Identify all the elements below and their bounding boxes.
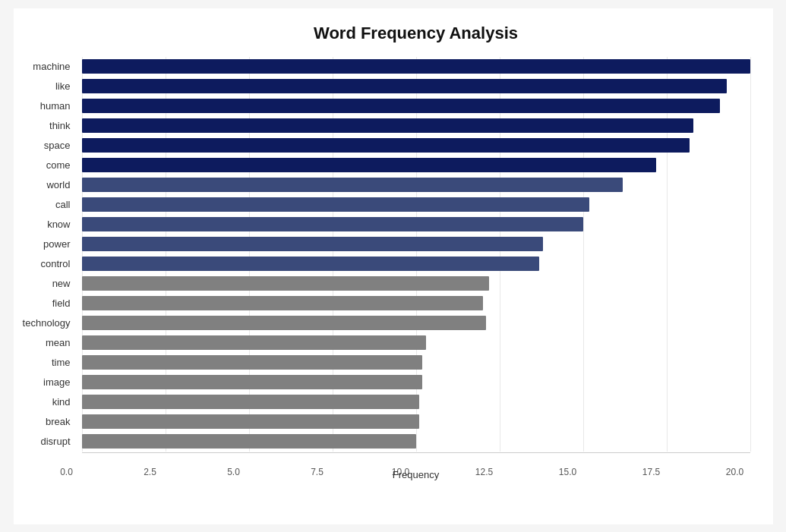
bar-fill bbox=[82, 197, 590, 211]
x-tick: 0.0 bbox=[52, 467, 82, 477]
bar-label: think bbox=[14, 120, 78, 131]
x-tick: 12.5 bbox=[469, 467, 500, 477]
chart-container: Word Frequency Analysis machinelikehuman… bbox=[14, 8, 773, 524]
bar-row: field bbox=[82, 294, 750, 313]
chart-area: machinelikehumanthinkspacecomeworldcallk… bbox=[82, 57, 750, 482]
bar-row: time bbox=[82, 353, 750, 373]
bar-track bbox=[82, 395, 750, 408]
bar-track bbox=[82, 434, 750, 448]
bar-fill bbox=[82, 375, 423, 389]
bar-label: know bbox=[14, 219, 78, 230]
bar-track bbox=[82, 296, 750, 310]
bar-track bbox=[82, 99, 750, 112]
bar-row: kind bbox=[82, 392, 750, 412]
bar-label: world bbox=[14, 179, 78, 190]
bar-label: call bbox=[14, 199, 78, 210]
chart-title: Word Frequency Analysis bbox=[82, 24, 750, 43]
bar-label: disrupt bbox=[14, 436, 78, 447]
bar-fill bbox=[82, 316, 486, 329]
x-tick: 7.5 bbox=[302, 467, 333, 477]
bar-track bbox=[82, 237, 750, 250]
bar-row: world bbox=[82, 175, 750, 195]
bar-label: come bbox=[14, 159, 78, 171]
bar-label: kind bbox=[14, 396, 78, 408]
bar-fill bbox=[82, 138, 690, 152]
bar-fill bbox=[82, 335, 426, 349]
x-tick: 5.0 bbox=[219, 467, 249, 477]
bar-row: break bbox=[82, 412, 750, 432]
bar-fill bbox=[82, 414, 419, 428]
bar-row: know bbox=[82, 215, 750, 235]
bar-track bbox=[82, 414, 750, 428]
bar-fill bbox=[82, 355, 423, 369]
bar-row: control bbox=[82, 254, 750, 274]
bar-fill bbox=[82, 158, 657, 172]
bar-row: space bbox=[82, 136, 750, 156]
bar-fill bbox=[82, 296, 483, 310]
grid-line bbox=[750, 57, 751, 452]
bar-fill bbox=[82, 99, 720, 112]
bar-track bbox=[82, 178, 750, 191]
bar-label: like bbox=[14, 80, 78, 92]
bar-label: mean bbox=[14, 337, 78, 348]
bar-label: machine bbox=[14, 61, 78, 72]
bar-label: space bbox=[14, 140, 78, 151]
bar-fill bbox=[82, 237, 543, 250]
bar-track bbox=[82, 79, 750, 93]
bar-fill bbox=[82, 217, 583, 231]
bar-track bbox=[82, 316, 750, 329]
x-tick: 15.0 bbox=[553, 467, 583, 477]
x-axis-line bbox=[82, 452, 750, 453]
bar-track bbox=[82, 59, 750, 73]
x-tick: 17.5 bbox=[636, 467, 667, 477]
bar-fill bbox=[82, 79, 727, 93]
x-tick: 2.5 bbox=[135, 467, 166, 477]
bar-track bbox=[82, 335, 750, 349]
bar-label: field bbox=[14, 297, 78, 309]
bar-row: think bbox=[82, 116, 750, 136]
bar-row: machine bbox=[82, 57, 750, 77]
bar-row: image bbox=[82, 373, 750, 392]
x-axis: 0.02.55.07.510.012.515.017.520.0 Frequen… bbox=[82, 452, 750, 482]
bar-track bbox=[82, 276, 750, 290]
x-axis-label: Frequency bbox=[393, 469, 439, 480]
bar-label: human bbox=[14, 100, 78, 112]
bar-label: time bbox=[14, 357, 78, 368]
bar-row: human bbox=[82, 96, 750, 116]
bars-wrapper: machinelikehumanthinkspacecomeworldcallk… bbox=[82, 57, 750, 452]
bar-fill bbox=[82, 118, 693, 132]
bar-fill bbox=[82, 178, 623, 191]
bar-row: come bbox=[82, 156, 750, 175]
bar-label: technology bbox=[14, 317, 78, 329]
bar-track bbox=[82, 257, 750, 270]
bar-track bbox=[82, 355, 750, 369]
bar-fill bbox=[82, 395, 419, 408]
bar-row: new bbox=[82, 274, 750, 294]
bar-track bbox=[82, 217, 750, 231]
bar-row: power bbox=[82, 235, 750, 254]
bar-track bbox=[82, 118, 750, 132]
bar-label: break bbox=[14, 416, 78, 427]
bar-row: disrupt bbox=[82, 432, 750, 452]
bar-row: call bbox=[82, 195, 750, 215]
bar-track bbox=[82, 375, 750, 389]
bar-track bbox=[82, 138, 750, 152]
bar-row: mean bbox=[82, 333, 750, 353]
x-tick: 20.0 bbox=[720, 467, 750, 477]
bar-track bbox=[82, 197, 750, 211]
bar-label: power bbox=[14, 238, 78, 250]
bar-fill bbox=[82, 257, 540, 270]
bar-fill bbox=[82, 59, 750, 73]
bar-label: new bbox=[14, 278, 78, 289]
bar-row: technology bbox=[82, 313, 750, 333]
bar-track bbox=[82, 158, 750, 172]
bar-row: like bbox=[82, 77, 750, 96]
bar-fill bbox=[82, 434, 416, 448]
bar-label: control bbox=[14, 258, 78, 269]
bar-label: image bbox=[14, 376, 78, 388]
bar-fill bbox=[82, 276, 490, 290]
